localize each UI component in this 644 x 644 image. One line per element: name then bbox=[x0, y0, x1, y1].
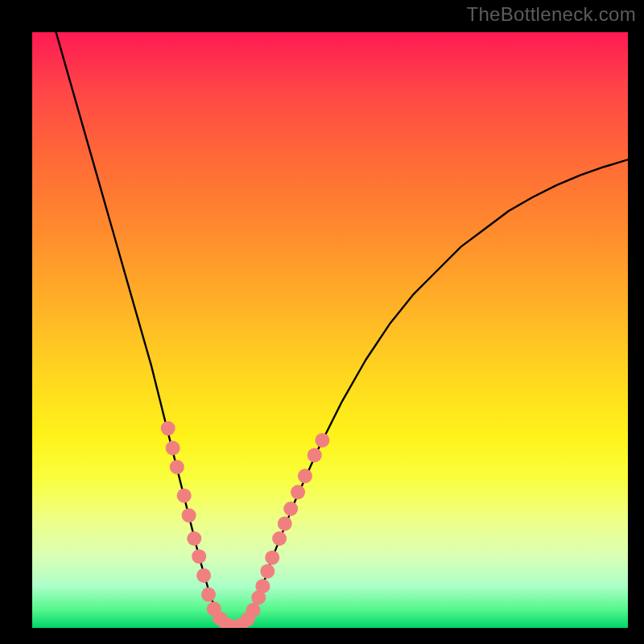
highlight-dot bbox=[315, 433, 329, 448]
watermark-text: TheBottleneck.com bbox=[466, 3, 636, 26]
plot-area bbox=[32, 32, 628, 628]
highlight-dot bbox=[260, 564, 275, 579]
highlight-dot bbox=[166, 441, 180, 456]
highlight-dot bbox=[161, 421, 175, 436]
highlight-dot bbox=[265, 551, 279, 565]
highlight-dot bbox=[255, 579, 270, 593]
highlight-dot bbox=[192, 549, 206, 564]
highlight-dot bbox=[298, 469, 312, 483]
highlight-dot bbox=[291, 485, 305, 499]
highlight-dot bbox=[170, 460, 184, 474]
highlight-dot bbox=[201, 588, 216, 602]
highlight-dot bbox=[308, 448, 322, 462]
curve-svg bbox=[32, 32, 628, 628]
highlight-dot bbox=[246, 603, 261, 617]
highlight-dots-group bbox=[161, 421, 330, 628]
highlight-dot bbox=[177, 489, 192, 503]
highlight-dot bbox=[283, 502, 298, 516]
highlight-dot bbox=[196, 568, 211, 583]
highlight-dot bbox=[272, 531, 287, 546]
chart-frame: TheBottleneck.com bbox=[0, 0, 644, 644]
highlight-dot bbox=[182, 508, 196, 522]
bottleneck-curve-path bbox=[56, 32, 628, 628]
highlight-dot bbox=[278, 517, 292, 531]
highlight-dot bbox=[187, 531, 201, 546]
